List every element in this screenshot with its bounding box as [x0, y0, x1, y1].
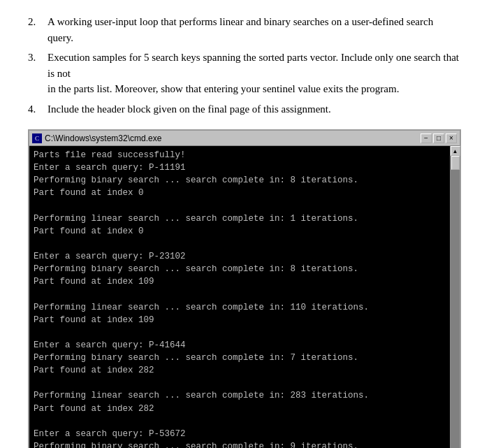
close-button[interactable]: ×: [446, 133, 457, 143]
minimize-button[interactable]: −: [421, 133, 432, 143]
terminal-line: Performing binary search ... search comp…: [34, 263, 446, 275]
terminal-line: Performing binary search ... search comp…: [34, 352, 446, 364]
list-num-2: 2.: [28, 14, 48, 45]
scroll-track: [451, 156, 460, 448]
terminal-line: [34, 200, 446, 212]
titlebar-left: C C:\Windows\system32\cmd.exe: [32, 133, 161, 143]
cmd-window: C C:\Windows\system32\cmd.exe − □ × Part…: [28, 129, 461, 448]
terminal-line: [34, 377, 446, 389]
terminal-line: [34, 326, 446, 339]
terminal-line: Part found at index 0: [34, 225, 446, 238]
terminal-line: Performing binary search ... search comp…: [34, 174, 446, 187]
terminal-line: Enter a search query: P-23102: [34, 250, 446, 263]
scroll-up-button[interactable]: ▲: [451, 146, 460, 156]
terminal-line: Enter a search query: P-41644: [34, 339, 446, 352]
scroll-thumb[interactable]: [451, 156, 460, 170]
window-title: C:\Windows\system32\cmd.exe: [45, 133, 161, 143]
terminal-line: Performing linear search ... search comp…: [34, 212, 446, 225]
window-titlebar: C C:\Windows\system32\cmd.exe − □ ×: [29, 131, 460, 146]
terminal-line: Part found at index 282: [34, 403, 446, 415]
list-num-3: 3.: [28, 50, 48, 97]
terminal-line: Enter a search query: P-53672: [34, 428, 446, 440]
list-text-3: Execution samples for 5 search keys span…: [48, 50, 461, 97]
terminal-line: [34, 288, 446, 301]
window-content-wrapper: Parts file read successfully!Enter a sea…: [29, 146, 460, 448]
vertical-scrollbar[interactable]: ▲ ▼: [450, 146, 460, 448]
terminal-line: Part found at index 282: [34, 364, 446, 377]
list-text-2: A working user-input loop that performs …: [48, 14, 461, 45]
numbered-list: 2. A working user-input loop that perfor…: [28, 14, 461, 117]
terminal-line: [34, 238, 446, 250]
terminal-line: Part found at index 109: [34, 275, 446, 288]
list-item-3: 3. Execution samples for 5 search keys s…: [28, 50, 461, 97]
restore-button[interactable]: □: [433, 133, 444, 143]
window-controls[interactable]: − □ ×: [421, 133, 457, 143]
cmd-icon: C: [32, 133, 42, 143]
list-num-4: 4.: [28, 101, 48, 117]
list-item-4: 4. Include the header block given on the…: [28, 101, 461, 117]
terminal-line: Performing binary search ... search comp…: [34, 440, 446, 448]
terminal-line: [34, 415, 446, 428]
terminal-line: Part found at index 0: [34, 187, 446, 199]
terminal-line: Part found at index 109: [34, 314, 446, 326]
list-item-2: 2. A working user-input loop that perfor…: [28, 14, 461, 45]
list-text-4: Include the header block given on the fi…: [48, 101, 331, 117]
terminal-line: Parts file read successfully!: [34, 149, 446, 161]
terminal-line: Performing linear search ... search comp…: [34, 389, 446, 402]
terminal-output: Parts file read successfully!Enter a sea…: [29, 146, 450, 448]
terminal-line: Enter a search query: P-11191: [34, 161, 446, 174]
terminal-line: Performing linear search ... search comp…: [34, 301, 446, 314]
